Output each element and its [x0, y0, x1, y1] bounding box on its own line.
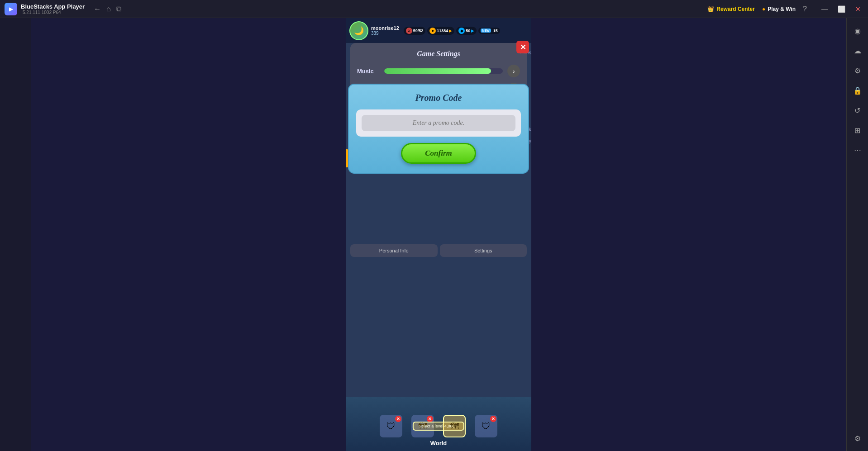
map-icon-2-x: ✕	[427, 416, 433, 422]
sword-value: 59/52	[413, 28, 424, 33]
hud-bar: 🌙 moonrise12 339 ⚔ 59/52 ● 11384 ▶ ◆ 50	[346, 18, 531, 43]
sidebar-icon-2[interactable]: ☁	[849, 43, 866, 59]
world-label: World	[430, 440, 447, 446]
promo-input-wrapper	[356, 109, 521, 137]
home-button[interactable]: ⌂	[106, 5, 111, 13]
map-icon-1-x: ✕	[395, 416, 401, 422]
maximize-button[interactable]: ⬜	[835, 5, 848, 14]
map-icon-1[interactable]: 🛡 ✕	[380, 415, 402, 437]
sidebar-icon-7[interactable]: ⋯	[849, 142, 866, 158]
settings-button[interactable]: Settings	[440, 244, 527, 257]
back-button[interactable]: ←	[94, 5, 101, 13]
num-badge: 15	[493, 28, 498, 33]
music-label: Music	[357, 68, 380, 75]
music-row: Music ♪	[357, 65, 520, 77]
crown-icon: 👑	[707, 6, 714, 12]
titlebar-nav: ← ⌂ ⧉	[94, 5, 121, 13]
gold-badge: ▶	[449, 28, 452, 33]
app-name: BlueStacks App Player	[21, 3, 85, 10]
resource-gold: ● 11384 ▶	[427, 27, 454, 35]
settings-lower-area: Personal Info Settings	[350, 244, 527, 257]
music-slider-fill	[384, 68, 491, 74]
sword-icon: ⚔	[406, 28, 412, 34]
player-level: 339	[371, 31, 399, 36]
reward-center-button[interactable]: 👑 Reward Center	[707, 6, 755, 12]
right-sidebar: ◉ ☁ ⚙ 🔒 ↺ ⊞ ⋯ ⚙	[846, 18, 868, 451]
music-icon[interactable]: ♪	[507, 65, 520, 77]
minimize-button[interactable]: —	[819, 5, 830, 14]
player-name: moonrise12	[371, 25, 399, 31]
sidebar-icon-1[interactable]: ◉	[849, 23, 866, 39]
resource-gem: ◆ 50 ▶	[456, 27, 477, 35]
confirm-button[interactable]: Confirm	[401, 143, 476, 164]
resource-extra: NEW 15	[478, 28, 500, 34]
gem-icon: ◆	[458, 28, 465, 34]
game-area: 🌙 moonrise12 339 ⚔ 59/52 ● 11384 ▶ ◆ 50	[31, 18, 846, 451]
sidebar-icon-3[interactable]: ⚙	[849, 62, 866, 79]
close-settings-button[interactable]: ✕	[516, 41, 529, 53]
multi-window-button[interactable]: ⧉	[116, 5, 121, 13]
promo-modal: Promo Code Confirm	[348, 84, 529, 174]
app-version: 5.21.111.1002 P64	[23, 10, 85, 15]
sidebar-icon-6[interactable]: ⊞	[849, 122, 866, 138]
gold-icon: ●	[429, 28, 436, 34]
titlebar-right: 👑 Reward Center ● Play & Win ? — ⬜ ✕	[707, 5, 863, 14]
world-area: 🛡 ✕ 🗺 ✕ 🗺 🛡 ✕ Select a level 4,000 + Wor…	[346, 397, 531, 451]
new-badge: NEW	[481, 28, 491, 33]
resource-sword: ⚔ 59/52	[404, 27, 426, 35]
avatar: 🌙	[349, 21, 368, 40]
close-button[interactable]: ✕	[853, 5, 863, 14]
map-icon-4[interactable]: 🛡 ✕	[475, 415, 497, 437]
promo-code-input[interactable]	[362, 115, 515, 131]
window-controls: — ⬜ ✕	[819, 5, 863, 14]
sidebar-icon-5[interactable]: ↺	[849, 102, 866, 119]
settings-lower-buttons: Personal Info Settings	[350, 244, 527, 257]
play-win-button[interactable]: ● Play & Win	[762, 6, 796, 12]
sidebar-icon-4[interactable]: 🔒	[849, 82, 866, 99]
game-window: 🌙 moonrise12 339 ⚔ 59/52 ● 11384 ▶ ◆ 50	[346, 18, 531, 451]
gem-badge: ▶	[471, 28, 474, 33]
coin-icon: ●	[762, 6, 765, 12]
help-button[interactable]: ?	[803, 5, 807, 13]
titlebar: ▶ BlueStacks App Player 5.21.111.1002 P6…	[0, 0, 868, 18]
gem-value: 50	[466, 28, 470, 33]
music-slider[interactable]	[384, 68, 503, 74]
gold-value: 11384	[437, 28, 448, 33]
settings-title: Game Settings	[357, 50, 520, 58]
promo-title: Promo Code	[356, 93, 521, 103]
hud-resources: ⚔ 59/52 ● 11384 ▶ ◆ 50 ▶ NEW 15	[404, 27, 500, 35]
player-info: moonrise12 339	[371, 25, 399, 36]
map-icon-4-x: ✕	[490, 416, 496, 422]
app-logo: ▶	[5, 3, 17, 15]
selection-box: Select a level 4,000 +	[413, 422, 464, 431]
personal-info-button[interactable]: Personal Info	[350, 244, 438, 257]
sidebar-settings-icon[interactable]: ⚙	[849, 430, 866, 446]
